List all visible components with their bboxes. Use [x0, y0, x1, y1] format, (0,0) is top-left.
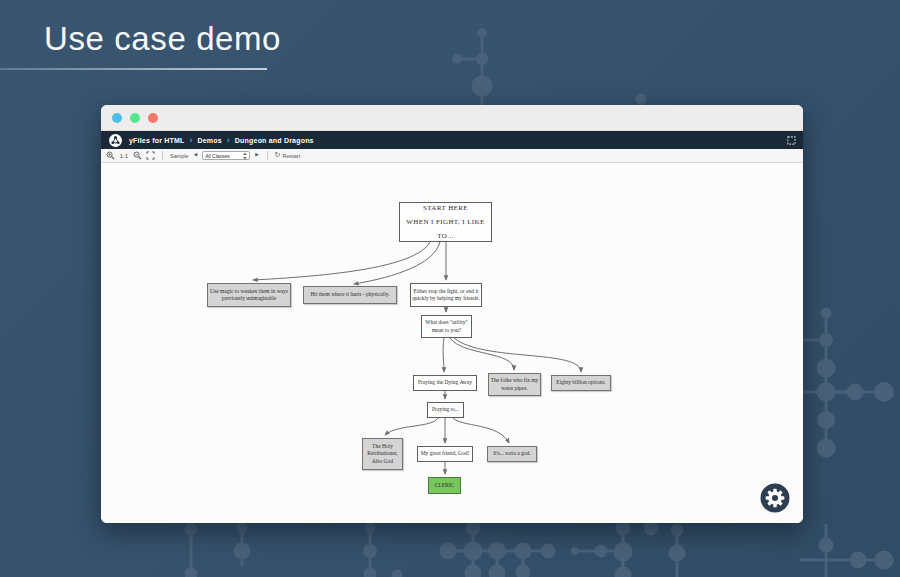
- flow-node-use-magic[interactable]: Use magic to weaken them in ways previou…: [207, 283, 291, 307]
- zoom-original-icon[interactable]: 1:1: [119, 151, 129, 160]
- sample-select-value: All Classes: [205, 153, 230, 159]
- demo-header: yFiles for HTML › Demos › Dungeon and Dr…: [101, 131, 803, 149]
- flow-node-sorta-god[interactable]: It's... sorta a god.: [487, 446, 537, 462]
- restart-icon: ↻: [275, 152, 281, 159]
- sample-select[interactable]: All Classes: [202, 151, 250, 160]
- flow-node-folks[interactable]: The folks who fix my water pipes.: [488, 373, 541, 396]
- restart-button[interactable]: ↻ Restart: [275, 152, 301, 159]
- edge-utility-eighty-billion: [454, 338, 581, 372]
- traffic-light-red[interactable]: [148, 113, 158, 123]
- fullscreen-icon[interactable]: [787, 136, 796, 145]
- select-stepper-icon: [243, 152, 247, 160]
- sample-label: Sample: [170, 153, 189, 159]
- breadcrumb-demos[interactable]: Demos: [198, 137, 222, 144]
- toolbar-separator: [162, 151, 163, 160]
- flow-node-eighty-billion[interactable]: Eighty billion options.: [551, 375, 611, 391]
- flow-node-cleric[interactable]: CLERIC: [428, 477, 461, 494]
- edge-praying-to-sorta-god: [453, 418, 509, 443]
- flow-node-label: Praying to...: [432, 406, 459, 413]
- traffic-light-blue[interactable]: [112, 113, 122, 123]
- zoom-in-icon[interactable]: [106, 151, 115, 160]
- flow-node-label: My great friend, God!: [421, 450, 470, 457]
- fit-content-icon[interactable]: [146, 151, 155, 160]
- settings-button[interactable]: [758, 481, 792, 515]
- restart-label: Restart: [282, 153, 300, 159]
- flow-node-holy-retributioner[interactable]: The Holy Retributioner, Also God: [362, 438, 403, 470]
- edge-start-use-magic: [253, 242, 430, 280]
- flow-node-start[interactable]: START HERE WHEN I FIGHT, I LIKE TO...: [399, 202, 492, 242]
- edge-praying-to-holy-retributioner: [385, 418, 438, 435]
- toolbar-separator: [267, 151, 268, 160]
- next-sample-button[interactable]: ▶: [254, 153, 259, 158]
- flow-node-utility[interactable]: What does "utility" mean to you?: [421, 315, 472, 338]
- window-titlebar: [101, 105, 803, 131]
- flow-node-praying-dying[interactable]: Praying the Dying Away: [413, 375, 477, 391]
- gear-icon: [758, 481, 792, 515]
- previous-sample-button[interactable]: ◀: [193, 153, 198, 158]
- flow-node-label: START HERE WHEN I FIGHT, I LIKE TO...: [401, 201, 490, 243]
- edge-start-hit-them: [354, 242, 440, 284]
- edge-utility-folks: [450, 338, 514, 370]
- title-underline: [0, 68, 267, 70]
- traffic-light-green[interactable]: [130, 113, 140, 123]
- slide-background: Use case demo: [0, 0, 900, 577]
- breadcrumb-current: Dungeon and Dragons: [235, 137, 314, 144]
- browser-window: yFiles for HTML › Demos › Dungeon and Dr…: [101, 105, 803, 523]
- breadcrumb-product[interactable]: yFiles for HTML: [129, 137, 185, 144]
- flow-node-label: The Holy Retributioner, Also God: [367, 443, 397, 464]
- edge-utility-praying-dying: [443, 338, 444, 372]
- flow-node-label: Use magic to weaken them in ways previou…: [209, 288, 289, 302]
- flow-node-praying-to[interactable]: Praying to...: [427, 402, 464, 418]
- page-title: Use case demo: [44, 20, 281, 58]
- flow-node-label: Praying the Dying Away: [418, 379, 472, 386]
- flow-node-label: Eighty billion options.: [556, 379, 605, 386]
- flow-node-label: CLERIC: [435, 482, 455, 489]
- flow-node-hit-them[interactable]: Hit them where it hurts - physically.: [303, 286, 397, 304]
- chevron-right-icon: ›: [190, 136, 193, 145]
- flow-node-label: Either stop the fight, or end it quickly…: [412, 288, 480, 302]
- yfiles-logo-icon: [109, 134, 122, 147]
- flow-node-label: It's... sorta a god.: [493, 450, 531, 457]
- zoom-out-icon[interactable]: [133, 151, 142, 160]
- chevron-right-icon: ›: [227, 136, 230, 145]
- demo-toolbar: 1:1 Sample ◀ All Classes ▶ ↻ Restart: [101, 149, 803, 163]
- graph-canvas[interactable]: START HERE WHEN I FIGHT, I LIKE TO...Use…: [101, 163, 803, 523]
- flow-node-label: What does "utility" mean to you?: [423, 319, 470, 333]
- flow-node-stop-fight[interactable]: Either stop the fight, or end it quickly…: [410, 283, 482, 307]
- svg-text:1:1: 1:1: [120, 153, 129, 159]
- flow-node-great-friend[interactable]: My great friend, God!: [417, 446, 473, 462]
- flow-node-label: Hit them where it hurts - physically.: [310, 291, 389, 298]
- flow-node-label: The folks who fix my water pipes.: [490, 377, 539, 391]
